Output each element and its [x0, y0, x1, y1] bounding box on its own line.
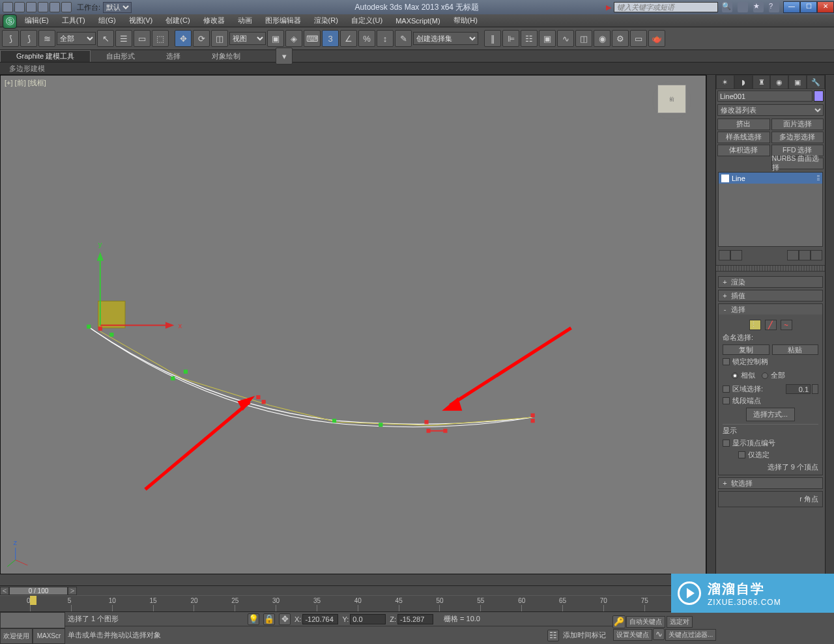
pin-stack-icon[interactable]: [719, 250, 730, 260]
menu-edit[interactable]: 编辑(E): [18, 16, 55, 25]
panel-drag-handle[interactable]: [716, 265, 825, 272]
z-coord-input[interactable]: [397, 614, 433, 624]
lock-selection-icon[interactable]: 💡: [248, 613, 259, 625]
qat-open-icon[interactable]: [14, 2, 25, 12]
ref-coord-select[interactable]: 视图: [229, 32, 266, 45]
key-filter-button[interactable]: 关键点过滤器...: [665, 629, 716, 641]
make-unique-icon[interactable]: [787, 250, 799, 260]
percent-snap-icon[interactable]: %: [358, 30, 375, 47]
render-icon[interactable]: 🫖: [648, 30, 665, 47]
area-value-input[interactable]: [786, 384, 811, 394]
comm-center-icon[interactable]: [738, 2, 748, 12]
auto-key-button[interactable]: 自动关键点: [626, 616, 665, 628]
show-vert-num-checkbox[interactable]: [723, 440, 730, 447]
menu-maxscript[interactable]: MAXScript(M): [389, 17, 446, 25]
viewport[interactable]: [+] [前] [线框] 前 x y: [0, 75, 706, 574]
area-spinner[interactable]: [812, 384, 818, 394]
menu-tools[interactable]: 工具(T): [55, 16, 92, 25]
spline-subobj-icon[interactable]: ~: [781, 320, 792, 330]
object-color-swatch[interactable]: [814, 91, 824, 102]
select-by-name-icon[interactable]: ☰: [115, 30, 132, 47]
ribbon-panel-label[interactable]: 多边形建模: [0, 63, 834, 75]
viewport-scrollbar[interactable]: [706, 75, 715, 574]
close-button[interactable]: ✕: [817, 1, 834, 13]
selection-filter[interactable]: 全部: [57, 32, 96, 45]
window-crossing-icon[interactable]: ⬚: [152, 30, 169, 47]
mod-btn-spline[interactable]: 样条线选择: [717, 132, 770, 143]
area-select-checkbox[interactable]: [723, 385, 730, 393]
show-end-result-icon[interactable]: [730, 250, 742, 260]
pivot-icon[interactable]: ▣: [267, 30, 284, 47]
similar-radio[interactable]: [732, 372, 738, 379]
mod-btn-extrude[interactable]: 挤出: [717, 119, 770, 130]
unlink-icon[interactable]: ⟆: [20, 30, 37, 47]
vertex-subobj-icon[interactable]: ⋮: [749, 320, 761, 330]
menu-view[interactable]: 视图(V): [122, 16, 160, 25]
named-selection-sets[interactable]: 创建选择集: [413, 32, 478, 45]
menu-animation[interactable]: 动画: [231, 16, 259, 25]
material-editor-icon[interactable]: ◉: [594, 30, 611, 47]
mod-btn-patch[interactable]: 面片选择: [771, 119, 824, 130]
select-by-button[interactable]: 选择方式...: [746, 408, 795, 421]
time-marker[interactable]: [30, 596, 36, 605]
curve-editor-icon[interactable]: ∿: [557, 30, 574, 47]
manip-icon[interactable]: ◈: [285, 30, 302, 47]
rollout-interp[interactable]: +插值: [718, 290, 823, 301]
scale-icon[interactable]: ◫: [211, 30, 228, 47]
mod-btn-volume[interactable]: 体积选择: [717, 145, 770, 156]
move-icon[interactable]: ✥: [175, 30, 192, 47]
align-icon[interactable]: ⊫: [502, 30, 519, 47]
rotate-icon[interactable]: ⟳: [193, 30, 210, 47]
modifier-stack[interactable]: ▣ Line ⦙⦙: [718, 172, 823, 247]
time-slider-handle[interactable]: 0 / 100: [9, 587, 68, 595]
layer-manager-icon[interactable]: ☷: [521, 30, 538, 47]
edit-named-sel-icon[interactable]: ✎: [395, 30, 412, 47]
minimize-button[interactable]: —: [783, 1, 800, 13]
menu-group[interactable]: 组(G): [92, 16, 122, 25]
qat-undo-icon[interactable]: [38, 2, 48, 12]
add-time-tag[interactable]: 添加时间标记: [563, 630, 606, 640]
search-input[interactable]: [614, 2, 718, 12]
search-icon[interactable]: 🔍: [722, 2, 732, 12]
qat-save-icon[interactable]: [26, 2, 36, 12]
keyboard-shortcut-icon[interactable]: ⌨: [304, 30, 321, 47]
ribbon-tab-select[interactable]: 选择: [151, 50, 196, 62]
qat-new-icon[interactable]: [3, 2, 13, 12]
angle-snap-icon[interactable]: ∠: [340, 30, 357, 47]
ribbon-tab-paint[interactable]: 对象绘制: [196, 50, 256, 62]
menu-customize[interactable]: 自定义(U): [345, 16, 389, 25]
segment-subobj-icon[interactable]: ╱: [765, 320, 777, 330]
render-setup-icon[interactable]: ⚙: [612, 30, 629, 47]
mod-btn-nurbs[interactable]: NURBS 曲面选择: [771, 158, 824, 169]
render-frame-icon[interactable]: ▭: [630, 30, 647, 47]
qat-redo-icon[interactable]: [50, 2, 60, 12]
comm-icon[interactable]: ☷: [547, 630, 559, 641]
key-mode-icon[interactable]: 🔑: [612, 615, 626, 628]
select-link-icon[interactable]: ⟆: [2, 30, 19, 47]
modify-tab-icon[interactable]: ◗: [734, 75, 753, 89]
maximize-button[interactable]: ☐: [800, 1, 817, 13]
utilities-tab-icon[interactable]: 🔧: [807, 75, 825, 89]
seg-end-checkbox[interactable]: [723, 397, 730, 404]
stack-item-line[interactable]: ▣ Line ⦙⦙: [719, 173, 822, 184]
ribbon-tab-graphite[interactable]: Graphite 建模工具: [0, 50, 91, 62]
ribbon-tab-freeform[interactable]: 自由形式: [91, 50, 151, 62]
favorites-icon[interactable]: ★: [753, 2, 764, 12]
select-region-icon[interactable]: ▭: [134, 30, 151, 47]
mod-btn-poly[interactable]: 多边形选择: [771, 132, 824, 143]
ribbon-expand-icon[interactable]: ▾: [276, 48, 293, 64]
spinner-snap-icon[interactable]: ↕: [377, 30, 394, 47]
x-coord-input[interactable]: [302, 614, 338, 624]
workspace-select[interactable]: 默认: [103, 2, 132, 13]
only-selected-checkbox[interactable]: [738, 451, 745, 458]
app-menu-button[interactable]: Ⓢ: [3, 14, 17, 29]
y-coord-input[interactable]: [350, 614, 386, 624]
select-object-icon[interactable]: ↖: [97, 30, 114, 47]
panel-scrollbar[interactable]: [825, 75, 834, 574]
schematic-view-icon[interactable]: ◫: [575, 30, 592, 47]
paste-button[interactable]: 粘贴: [772, 344, 819, 355]
lock-handles-checkbox[interactable]: [723, 358, 730, 365]
qat-link-icon[interactable]: [61, 2, 72, 12]
key-filters-icon[interactable]: ∿: [653, 628, 665, 640]
remove-mod-icon[interactable]: [799, 250, 811, 260]
